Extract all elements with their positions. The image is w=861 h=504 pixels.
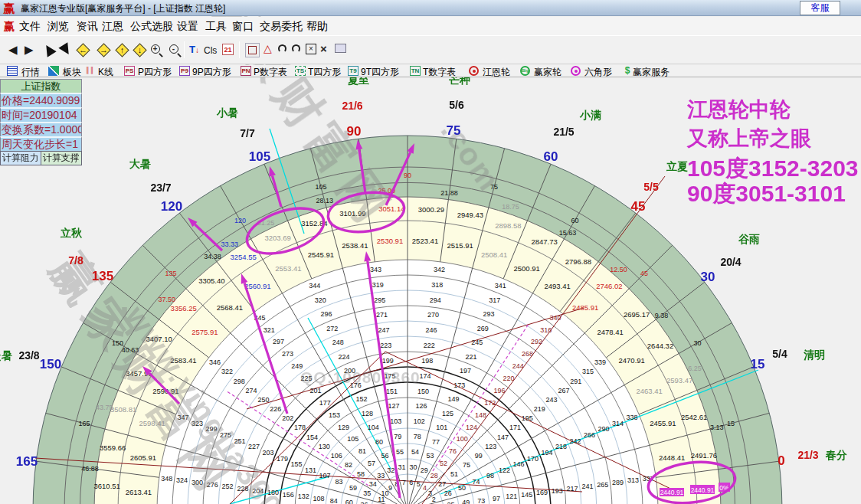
svg-text:2545.91: 2545.91 — [308, 250, 334, 259]
svg-text:121: 121 — [506, 493, 517, 500]
svg-text:107: 107 — [319, 472, 330, 479]
svg-text:9.38: 9.38 — [655, 312, 669, 319]
svg-text:2485.91: 2485.91 — [572, 303, 598, 312]
svg-text:5/5: 5/5 — [643, 181, 659, 193]
svg-text:155: 155 — [290, 460, 302, 468]
svg-text:105: 105 — [347, 435, 358, 443]
svg-text:34.38: 34.38 — [204, 253, 221, 260]
svg-text:154: 154 — [306, 434, 318, 441]
svg-text:2644.32: 2644.32 — [647, 342, 673, 350]
svg-text:32: 32 — [387, 466, 394, 474]
svg-text:江恩轮中轮: 江恩轮中轮 — [686, 98, 791, 121]
svg-text:45: 45 — [640, 270, 648, 277]
svg-text:132: 132 — [298, 493, 309, 500]
svg-text:344: 344 — [309, 282, 320, 290]
svg-text:2949.43: 2949.43 — [457, 211, 483, 219]
svg-text:289: 289 — [612, 479, 624, 486]
svg-text:2: 2 — [432, 496, 436, 503]
svg-text:3610.51: 3610.51 — [94, 482, 120, 490]
svg-text:82: 82 — [345, 461, 352, 469]
svg-text:346: 346 — [209, 358, 221, 366]
svg-text:7/8: 7/8 — [68, 254, 83, 267]
svg-text:清明: 清明 — [804, 349, 825, 361]
svg-text:2470.91: 2470.91 — [619, 356, 645, 365]
svg-text:131: 131 — [305, 466, 316, 474]
svg-text:56: 56 — [381, 452, 388, 460]
svg-text:317: 317 — [489, 296, 500, 304]
svg-text:171: 171 — [509, 424, 521, 431]
svg-text:59: 59 — [349, 484, 357, 492]
svg-text:6: 6 — [409, 479, 413, 486]
svg-text:2523.41: 2523.41 — [412, 237, 438, 245]
svg-text:241: 241 — [581, 483, 593, 490]
svg-text:小暑: 小暑 — [216, 106, 238, 119]
svg-text:218: 218 — [555, 443, 567, 450]
svg-text:2440.91: 2440.91 — [660, 489, 684, 496]
svg-text:84: 84 — [330, 497, 338, 504]
svg-text:3000.29: 3000.29 — [418, 205, 444, 214]
svg-text:220: 220 — [503, 375, 515, 382]
svg-text:177: 177 — [319, 399, 331, 407]
svg-text:30: 30 — [701, 270, 715, 284]
svg-text:146: 146 — [512, 460, 524, 468]
svg-text:90: 90 — [347, 124, 362, 139]
svg-text:大暑: 大暑 — [129, 158, 151, 170]
svg-text:75: 75 — [463, 461, 470, 469]
svg-text:105: 105 — [249, 149, 270, 164]
svg-text:54: 54 — [411, 448, 419, 456]
svg-text:169: 169 — [536, 489, 548, 496]
svg-text:97: 97 — [493, 495, 500, 502]
svg-text:130: 130 — [319, 443, 330, 450]
svg-text:314: 314 — [612, 420, 624, 427]
svg-text:45: 45 — [631, 199, 646, 214]
svg-text:80: 80 — [375, 438, 383, 446]
svg-text:34: 34 — [369, 480, 377, 488]
svg-text:120: 120 — [234, 217, 246, 224]
svg-text:315: 315 — [582, 368, 594, 375]
svg-text:30: 30 — [693, 339, 701, 347]
svg-text:2491.76: 2491.76 — [691, 451, 717, 460]
svg-text:50: 50 — [458, 484, 466, 492]
svg-text:106: 106 — [331, 452, 342, 460]
svg-text:274: 274 — [246, 387, 257, 394]
svg-text:267: 267 — [558, 387, 569, 394]
svg-text:21/5: 21/5 — [553, 126, 574, 138]
svg-text:73: 73 — [477, 497, 485, 504]
svg-text:150: 150 — [40, 357, 61, 371]
svg-text:243: 243 — [545, 396, 557, 404]
svg-text:78: 78 — [414, 433, 421, 440]
svg-text:247: 247 — [378, 326, 390, 334]
svg-text:170: 170 — [527, 455, 539, 463]
svg-text:5/4: 5/4 — [772, 348, 787, 360]
svg-text:3559.66: 3559.66 — [100, 443, 126, 452]
svg-text:226: 226 — [270, 405, 281, 413]
svg-text:3508.81: 3508.81 — [110, 405, 136, 414]
svg-text:90度3051-3101: 90度3051-3101 — [687, 181, 846, 206]
svg-text:2746.02: 2746.02 — [596, 282, 622, 290]
svg-text:51: 51 — [450, 470, 458, 478]
svg-text:320: 320 — [315, 296, 326, 304]
svg-text:124: 124 — [466, 424, 477, 431]
svg-text:150: 150 — [417, 388, 429, 395]
svg-text:2560.91: 2560.91 — [244, 282, 270, 290]
svg-text:125: 125 — [442, 410, 453, 417]
svg-text:2695.17: 2695.17 — [624, 310, 650, 319]
svg-text:348: 348 — [161, 475, 172, 483]
svg-text:77: 77 — [432, 438, 440, 446]
svg-text:33: 33 — [377, 472, 385, 479]
svg-text:2568.41: 2568.41 — [217, 303, 243, 312]
svg-text:196: 196 — [493, 387, 505, 394]
svg-text:174: 174 — [420, 372, 431, 380]
svg-text:春分: 春分 — [825, 449, 847, 461]
svg-text:291: 291 — [570, 378, 581, 385]
svg-text:60: 60 — [345, 499, 353, 504]
svg-text:15: 15 — [751, 357, 765, 371]
svg-text:246: 246 — [425, 326, 437, 334]
svg-text:165: 165 — [16, 454, 38, 469]
svg-text:145: 145 — [521, 491, 532, 499]
svg-text:199: 199 — [382, 357, 394, 365]
svg-text:316: 316 — [540, 326, 552, 334]
svg-text:81: 81 — [358, 447, 366, 455]
svg-text:28: 28 — [430, 472, 438, 479]
svg-text:43.75: 43.75 — [96, 404, 113, 411]
